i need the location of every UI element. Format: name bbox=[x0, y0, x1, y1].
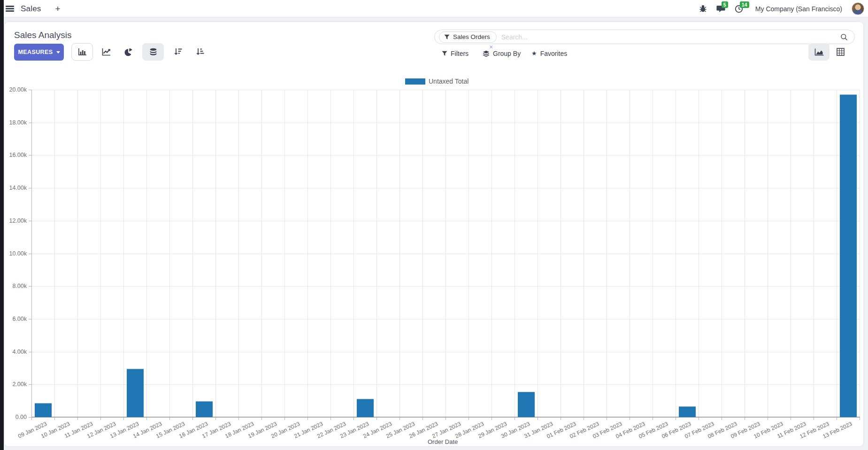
y-tick-label: 20.00k bbox=[2, 86, 27, 93]
v-gridline bbox=[676, 90, 676, 417]
v-gridline bbox=[791, 90, 791, 417]
messages-icon[interactable]: 5 bbox=[716, 5, 725, 13]
v-gridline bbox=[561, 90, 561, 417]
y-tick-label: 14.00k bbox=[2, 185, 27, 191]
pie-chart-button[interactable] bbox=[118, 43, 139, 61]
activities-clock-icon[interactable]: 14 bbox=[735, 5, 743, 13]
bar[interactable] bbox=[357, 399, 374, 417]
favorites-menu[interactable]: ★ Favorites bbox=[531, 47, 567, 60]
bar[interactable] bbox=[127, 369, 144, 417]
v-gridline bbox=[353, 90, 354, 417]
graph-view-button[interactable] bbox=[808, 43, 830, 61]
bar[interactable] bbox=[840, 94, 857, 417]
graph-chart: 0.002.00k4.00k6.00k8.00k10.00k12.00k14.0… bbox=[0, 0, 868, 450]
facet-remove-icon[interactable]: × bbox=[489, 43, 493, 51]
y-tick-label: 12.00k bbox=[2, 217, 27, 224]
bar-chart-button[interactable] bbox=[71, 43, 93, 61]
bar[interactable] bbox=[679, 406, 696, 417]
search-icon[interactable] bbox=[840, 33, 848, 41]
chart-legend[interactable]: Untaxed Total bbox=[405, 78, 469, 85]
filter-funnel-icon bbox=[444, 34, 450, 40]
v-gridline bbox=[653, 90, 653, 417]
y-tick-label: 4.00k bbox=[2, 349, 27, 355]
line-chart-icon bbox=[102, 48, 111, 56]
bar[interactable] bbox=[518, 392, 535, 417]
y-tick-label: 0.00 bbox=[2, 414, 27, 420]
sort-amount-asc-icon bbox=[196, 48, 204, 56]
user-avatar[interactable] bbox=[852, 2, 864, 15]
pivot-view-button[interactable] bbox=[831, 43, 850, 61]
sort-ascending-button[interactable] bbox=[189, 43, 211, 61]
caret-down-icon bbox=[56, 51, 60, 54]
v-gridline bbox=[192, 90, 193, 417]
bar-chart-icon bbox=[78, 48, 87, 56]
v-gridline bbox=[814, 90, 814, 417]
legend-label: Untaxed Total bbox=[429, 78, 469, 85]
v-gridline bbox=[399, 90, 400, 417]
pivot-table-icon bbox=[837, 48, 845, 56]
y-axis-line bbox=[31, 90, 32, 417]
filters-menu[interactable]: Filters bbox=[442, 47, 469, 60]
top-navbar: Sales + 5 14 bbox=[0, 0, 868, 17]
bar[interactable] bbox=[35, 403, 52, 417]
v-gridline bbox=[837, 90, 837, 417]
y-tick-label: 10.00k bbox=[2, 250, 27, 257]
facet-label: Sales Orders bbox=[453, 33, 490, 40]
hamburger-menu-icon[interactable] bbox=[6, 6, 14, 12]
y-tick-label: 18.00k bbox=[2, 119, 27, 126]
v-gridline bbox=[469, 90, 469, 417]
debug-bug-icon[interactable] bbox=[699, 5, 707, 13]
v-gridline bbox=[376, 90, 377, 417]
v-gridline bbox=[630, 90, 630, 417]
y-tick-label: 2.00k bbox=[2, 381, 27, 388]
y-tick-label: 16.00k bbox=[2, 152, 27, 158]
v-gridline bbox=[860, 90, 860, 417]
v-gridline bbox=[307, 90, 308, 417]
filter-funnel-icon bbox=[442, 51, 447, 56]
v-gridline bbox=[54, 90, 55, 417]
v-gridline bbox=[515, 90, 515, 417]
v-gridline bbox=[238, 90, 239, 417]
v-gridline bbox=[215, 90, 216, 417]
v-gridline bbox=[330, 90, 331, 417]
v-gridline bbox=[284, 90, 285, 417]
v-gridline bbox=[123, 90, 124, 417]
page: Sales + 5 14 bbox=[0, 0, 868, 450]
activities-count-badge: 14 bbox=[740, 1, 749, 8]
favorites-label: Favorites bbox=[540, 50, 568, 57]
layers-icon bbox=[483, 50, 490, 57]
messages-count-badge: 5 bbox=[722, 1, 728, 8]
search-bar[interactable]: Sales Orders bbox=[434, 30, 855, 44]
sort-amount-desc-icon bbox=[174, 48, 182, 56]
group-by-label: Group By bbox=[493, 50, 521, 57]
v-gridline bbox=[492, 90, 492, 417]
v-gridline bbox=[146, 90, 147, 417]
search-facet-sales-orders[interactable]: Sales Orders bbox=[439, 31, 497, 43]
v-gridline bbox=[699, 90, 699, 417]
group-by-menu[interactable]: Group By bbox=[483, 47, 521, 60]
v-gridline bbox=[538, 90, 538, 417]
company-switcher[interactable]: My Company (San Francisco) bbox=[755, 5, 842, 13]
y-tick-label: 6.00k bbox=[2, 316, 27, 322]
x-axis-line bbox=[31, 417, 860, 418]
v-gridline bbox=[169, 90, 170, 417]
v-gridline bbox=[446, 90, 446, 417]
v-gridline bbox=[584, 90, 584, 417]
v-gridline bbox=[422, 90, 423, 417]
v-gridline bbox=[722, 90, 722, 417]
legend-swatch bbox=[405, 78, 425, 85]
sort-descending-button[interactable] bbox=[167, 43, 189, 61]
app-menu-label[interactable]: Sales bbox=[21, 4, 41, 14]
bar[interactable] bbox=[196, 401, 213, 417]
area-chart-icon bbox=[814, 48, 824, 56]
v-gridline bbox=[768, 90, 768, 417]
database-icon bbox=[149, 48, 157, 56]
star-icon: ★ bbox=[531, 50, 537, 56]
plus-icon[interactable]: + bbox=[55, 4, 61, 14]
y-tick-label: 8.00k bbox=[2, 283, 27, 289]
line-chart-button[interactable] bbox=[95, 43, 117, 61]
measures-button[interactable]: MEASURES bbox=[14, 44, 64, 61]
filters-label: Filters bbox=[451, 50, 469, 57]
search-input[interactable] bbox=[501, 33, 840, 41]
stacked-toggle-button[interactable] bbox=[142, 43, 164, 61]
